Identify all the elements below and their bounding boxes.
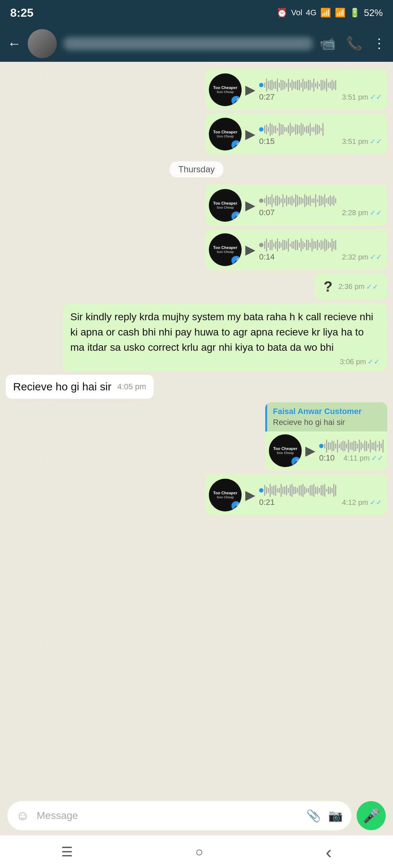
reply-audio-row-8: Too CheaperSoo Cheap 🎤 ▶ 0:10 4:11 pm ✓✓ [265,434,387,467]
read-ticks-5: ✓✓ [366,282,378,291]
audio-duration-1: 0:27 [259,92,275,102]
wave-bars-9 [264,484,382,497]
status-time: 8:25 [10,6,33,20]
battery-percent: 52% [364,7,383,19]
audio-meta-9: 0:21 4:12 pm ✓✓ [259,498,382,507]
message-placeholder[interactable]: Message [37,810,299,821]
nav-home-icon[interactable]: ○ [195,844,203,860]
read-ticks-9: ✓✓ [370,498,382,507]
avatar-logo-3: Too CheaperSoo Cheap [212,200,239,211]
avatar-logo-9: Too CheaperSoo Cheap [212,489,239,501]
more-options-icon[interactable]: ⋮ [373,36,386,51]
received-bubble-7: Recieve ho gi hai sir 4:05 pm [6,375,154,399]
sender-avatar-8: Too CheaperSoo Cheap 🎤 [269,434,302,467]
emoji-button[interactable]: ☺ [16,808,29,823]
mic-badge-3: 🎤 [231,212,241,221]
audio-bubble-inner-3: Too CheaperSoo Cheap 🎤 ▶ 0:07 2:28 pm ✓✓ [205,185,387,225]
msg-time-9: 4:12 pm ✓✓ [342,498,382,507]
input-bar: ☺ Message 📎 📷 🎤 [0,796,393,835]
mic-badge-9: 🎤 [231,501,241,511]
audio-duration-9: 0:21 [259,498,275,507]
vol-icon: Vol [291,8,302,17]
text-bubble-6-content: Sir kindly reply krda mujhy system my ba… [70,309,380,355]
wave-dot-4 [259,243,263,247]
waveform-1 [259,78,382,92]
read-ticks-2: ✓✓ [370,137,382,146]
play-button-1[interactable]: ▶ [245,82,255,97]
nav-back-icon[interactable]: ‹ [326,841,332,863]
audio-row-3: Too CheaperSoo Cheap 🎤 ▶ 0:07 2:28 pm ✓✓ [209,189,382,222]
nav-menu-icon[interactable]: ☰ [61,844,73,860]
audio-meta-1: 0:27 3:51 pm ✓✓ [259,92,382,102]
play-button-8[interactable]: ▶ [305,443,315,458]
question-mark-text: ? [323,278,332,295]
back-button[interactable]: ← [7,36,21,52]
attach-button[interactable]: 📎 [306,809,321,823]
contact-avatar[interactable] [28,29,57,58]
sender-avatar-4: Too CheaperSoo Cheap 🎤 [209,233,242,266]
audio-row-1: Too CheaperSoo Cheap 🎤 ▶ 0:27 3:51 pm ✓✓ [209,73,382,106]
play-button-4[interactable]: ▶ [245,242,255,257]
wave-dot-3 [259,198,263,203]
text-bubble-6-footer: 3:06 pm ✓✓ [70,357,380,366]
audio-bubble-4: Too CheaperSoo Cheap 🎤 ▶ 0:14 2:32 pm ✓✓ [205,229,387,270]
message-input-box[interactable]: ☺ Message 📎 📷 [7,801,352,830]
msg-time-6: 3:06 pm ✓✓ [340,357,380,366]
waveform-container-4: 0:14 2:32 pm ✓✓ [259,238,382,262]
status-icons: ⏰ Vol 4G 📶 📶 🔋 52% [277,7,383,19]
audio-bubble-inner-4: Too CheaperSoo Cheap 🎤 ▶ 0:14 2:32 pm ✓✓ [205,229,387,270]
msg-time-3: 2:28 pm ✓✓ [342,208,382,217]
play-button-9[interactable]: ▶ [245,487,255,503]
audio-meta-4: 0:14 2:32 pm ✓✓ [259,252,382,262]
read-ticks-1: ✓✓ [370,93,382,101]
mic-badge-1: 🎤 [231,96,241,105]
audio-row-9: Too CheaperSoo Cheap 🎤 ▶ 0:21 4:12 pm ✓✓ [209,479,382,511]
day-separator-thursday: Thursday [170,161,223,177]
play-button-3[interactable]: ▶ [245,198,255,213]
msg-time-5: 2:36 pm ✓✓ [338,282,378,291]
wave-dot-9 [259,488,263,493]
voice-call-icon[interactable]: 📞 [346,36,362,51]
signal-bars-icon: 📶 [320,8,331,18]
reply-quote-name-8: Faisal Anwar Customer [273,407,381,416]
audio-row-4: Too CheaperSoo Cheap 🎤 ▶ 0:14 2:32 pm ✓✓ [209,233,382,266]
wave-bars-3 [264,194,382,207]
waveform-8 [319,439,384,453]
audio-bubble-inner-1: Too CheaperSoo Cheap 🎤 ▶ 0:27 3:51 pm ✓✓ [205,69,387,110]
audio-row-2: Too CheaperSoo Cheap 🎤 ▶ 0:15 3:51 pm ✓✓ [209,118,382,150]
mic-badge-8: 🎤 [291,457,301,466]
status-bar: 8:25 ⏰ Vol 4G 📶 📶 🔋 52% [0,0,393,25]
audio-duration-4: 0:14 [259,252,275,262]
waveform-container-9: 0:21 4:12 pm ✓✓ [259,483,382,507]
msg-time-8: 4:11 pm ✓✓ [344,454,384,462]
question-bubble: ? 2:36 pm ✓✓ [315,273,387,300]
msg-time-1: 3:51 pm ✓✓ [342,93,382,101]
read-ticks-6: ✓✓ [368,357,380,366]
audio-bubble-inner-2: Too CheaperSoo Cheap 🎤 ▶ 0:15 3:51 pm ✓✓ [205,113,387,154]
audio-meta-8: 0:10 4:11 pm ✓✓ [319,453,384,463]
alarm-icon: ⏰ [277,8,287,18]
msg-time-2: 3:51 pm ✓✓ [342,137,382,146]
audio-bubble-2: Too CheaperSoo Cheap 🎤 ▶ 0:15 3:51 pm ✓✓ [205,113,387,154]
waveform-container-8: 0:10 4:11 pm ✓✓ [319,439,384,463]
signal-bars2-icon: 📶 [335,8,346,18]
audio-meta-3: 0:07 2:28 pm ✓✓ [259,208,382,217]
wave-bars-4 [264,238,382,252]
header-action-icons: 📹 📞 ⋮ [319,36,386,51]
audio-bubble-inner-9: Too CheaperSoo Cheap 🎤 ▶ 0:21 4:12 pm ✓✓ [205,474,387,515]
wave-dot-8 [319,444,323,448]
reply-audio-bubble-8: Faisal Anwar Customer Recieve ho gi hai … [265,402,387,471]
audio-bubble-3: Too CheaperSoo Cheap 🎤 ▶ 0:07 2:28 pm ✓✓ [205,185,387,225]
text-bubble-6: Sir kindly reply krda mujhy system my ba… [63,304,387,371]
waveform-9 [259,483,382,498]
mic-badge-4: 🎤 [231,256,241,265]
play-button-2[interactable]: ▶ [245,126,255,142]
voice-message-button[interactable]: 🎤 [357,801,386,830]
avatar-logo-2: Too CheaperSoo Cheap [212,128,239,140]
wave-dot-2 [259,127,263,132]
video-call-icon[interactable]: 📹 [319,36,336,51]
camera-button[interactable]: 📷 [328,809,343,823]
sender-avatar-9: Too CheaperSoo Cheap 🎤 [209,479,242,511]
avatar-logo-1: Too CheaperSoo Cheap [212,84,239,96]
mic-icon: 🎤 [363,808,380,824]
